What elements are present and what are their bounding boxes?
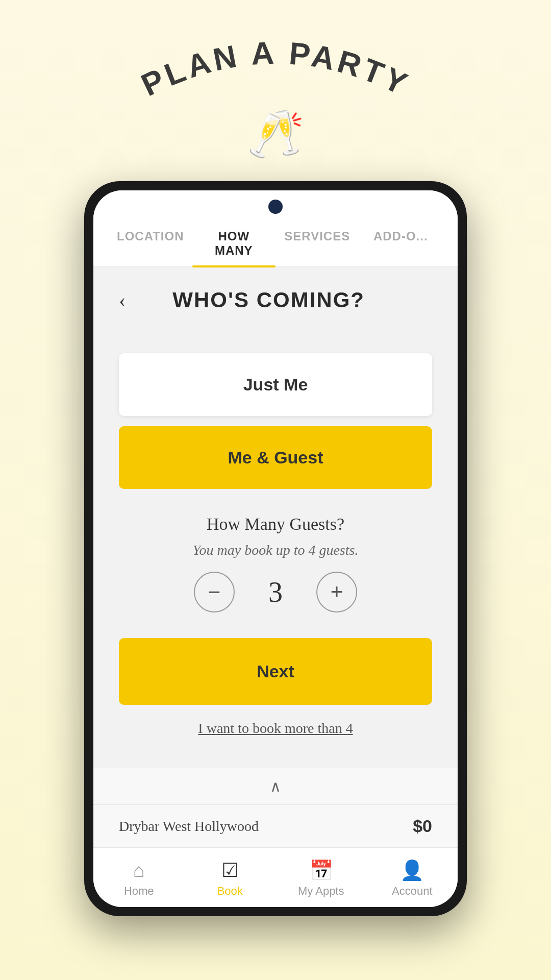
tab-navigation: LOCATION HOW MANY SERVICES ADD-O... xyxy=(93,219,458,267)
tab-add-ons[interactable]: ADD-O... xyxy=(359,219,443,266)
guests-subtitle: You may book up to 4 guests. xyxy=(193,542,359,558)
nav-account[interactable]: 👤 Account xyxy=(367,848,458,907)
increment-button[interactable]: + xyxy=(316,572,357,612)
guest-count: 3 xyxy=(260,576,291,608)
nav-my-appts[interactable]: 📅 My Appts xyxy=(276,848,367,907)
decrement-button[interactable]: − xyxy=(194,572,235,612)
main-content: ‹ WHO'S COMING? Just Me Me & Guest How M… xyxy=(93,267,458,768)
my-appts-icon: 📅 xyxy=(309,859,333,881)
tab-location[interactable]: LOCATION xyxy=(109,219,192,266)
camera-dot xyxy=(268,200,283,214)
plan-a-party-text: PLAN A PARTY xyxy=(136,41,415,102)
location-name: Drybar West Hollywood xyxy=(119,818,259,835)
chevron-up[interactable]: ∧ xyxy=(93,768,458,804)
just-me-button[interactable]: Just Me xyxy=(119,353,432,416)
home-icon: ⌂ xyxy=(133,859,145,881)
svg-text:PLAN A PARTY: PLAN A PARTY xyxy=(136,41,415,102)
app-title-arc: PLAN A PARTY xyxy=(117,41,434,102)
nav-home-label: Home xyxy=(124,885,154,898)
nav-home[interactable]: ⌂ Home xyxy=(93,848,185,907)
book-more-link[interactable]: I want to book more than 4 xyxy=(119,720,432,737)
nav-account-label: Account xyxy=(392,885,433,898)
guests-title: How Many Guests? xyxy=(207,514,344,534)
back-button[interactable]: ‹ xyxy=(119,290,126,310)
me-and-guest-button[interactable]: Me & Guest xyxy=(119,426,432,489)
phone-frame: LOCATION HOW MANY SERVICES ADD-O... ‹ WH… xyxy=(84,181,467,916)
price-display: $0 xyxy=(413,816,432,836)
phone-screen: LOCATION HOW MANY SERVICES ADD-O... ‹ WH… xyxy=(93,190,458,907)
guests-section: How Many Guests? You may book up to 4 gu… xyxy=(119,514,432,612)
champagne-icon: 🥂 xyxy=(247,107,304,161)
nav-book-label: Book xyxy=(217,885,243,898)
bottom-nav: ⌂ Home ☑ Book 📅 My Appts 👤 Account xyxy=(93,847,458,907)
counter-row: − 3 + xyxy=(194,572,357,612)
page-title: WHO'S COMING? xyxy=(126,288,432,312)
next-button[interactable]: Next xyxy=(119,638,432,705)
camera-area xyxy=(93,190,458,219)
options-section: Just Me Me & Guest xyxy=(119,353,432,489)
nav-my-appts-label: My Appts xyxy=(298,885,344,898)
page-header: ‹ WHO'S COMING? xyxy=(119,288,432,312)
tab-services[interactable]: SERVICES xyxy=(276,219,359,266)
bottom-info-bar: Drybar West Hollywood $0 xyxy=(93,804,458,847)
nav-book[interactable]: ☑ Book xyxy=(185,848,276,907)
book-icon: ☑ xyxy=(221,859,239,881)
account-icon: 👤 xyxy=(400,859,424,881)
tab-how-many[interactable]: HOW MANY xyxy=(192,219,276,266)
header-section: PLAN A PARTY 🥂 xyxy=(117,0,434,161)
chevron-up-icon: ∧ xyxy=(270,777,281,795)
